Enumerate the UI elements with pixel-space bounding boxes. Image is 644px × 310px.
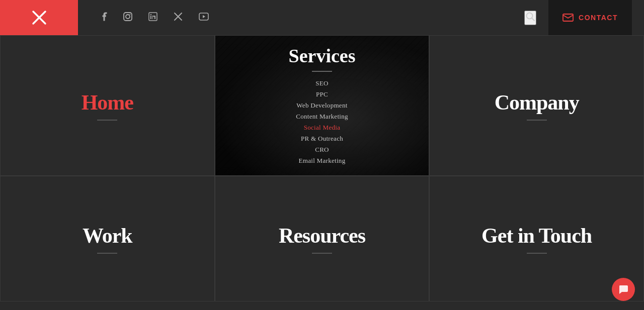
- services-divider: [312, 71, 332, 72]
- social-nav: [102, 12, 209, 23]
- svg-rect-2: [124, 13, 132, 21]
- company-underline: [527, 120, 547, 121]
- search-button[interactable]: [524, 11, 536, 25]
- get-in-touch-title: Get in Touch: [481, 224, 592, 248]
- search-icon: [525, 12, 535, 22]
- chat-bubble-button[interactable]: [612, 278, 635, 301]
- service-content-marketing[interactable]: Content Marketing: [296, 111, 348, 122]
- resources-underline: [312, 253, 332, 254]
- nav-item-resources[interactable]: Resources: [215, 176, 430, 301]
- nav-item-services[interactable]: Services SEO PPC Web Development Content…: [215, 35, 430, 176]
- instagram-link[interactable]: [123, 12, 132, 23]
- youtube-link[interactable]: [199, 13, 209, 23]
- contact-label: CONTACT: [579, 14, 618, 22]
- header-right: CONTACT: [524, 0, 644, 35]
- service-email-marketing[interactable]: Email Marketing: [296, 155, 348, 166]
- facebook-link[interactable]: [102, 12, 107, 23]
- service-seo[interactable]: SEO: [296, 78, 348, 89]
- svg-line-10: [532, 18, 534, 21]
- nav-grid: Home Services SEO PPC Web Development Co…: [0, 35, 644, 310]
- services-content: Services SEO PPC Web Development Content…: [215, 45, 429, 167]
- service-web-dev[interactable]: Web Development: [296, 100, 348, 111]
- work-underline: [97, 253, 117, 254]
- service-social-media[interactable]: Social Media: [296, 122, 348, 133]
- close-icon: [31, 10, 47, 26]
- get-in-touch-underline: [527, 253, 547, 254]
- envelope-icon: [562, 14, 574, 22]
- service-ppc[interactable]: PPC: [296, 89, 348, 100]
- home-underline: [97, 120, 117, 121]
- home-title: Home: [82, 90, 133, 115]
- services-title: Services: [289, 45, 356, 67]
- header: CONTACT: [0, 0, 644, 35]
- nav-item-get-in-touch[interactable]: Get in Touch: [429, 176, 644, 301]
- company-title: Company: [495, 90, 579, 115]
- work-title: Work: [83, 224, 132, 248]
- service-cro[interactable]: CRO: [296, 144, 348, 155]
- resources-title: Resources: [279, 224, 365, 248]
- svg-rect-6: [150, 16, 151, 19]
- nav-item-work[interactable]: Work: [0, 176, 215, 301]
- close-menu-button[interactable]: [0, 0, 78, 35]
- linkedin-link[interactable]: [148, 12, 157, 23]
- service-pr-outreach[interactable]: PR & Outreach: [296, 133, 348, 144]
- chat-icon: [618, 284, 629, 295]
- svg-point-7: [150, 14, 151, 15]
- twitter-link[interactable]: [174, 12, 183, 23]
- contact-button[interactable]: CONTACT: [548, 0, 632, 35]
- nav-item-company[interactable]: Company: [429, 35, 644, 176]
- svg-point-4: [130, 14, 131, 15]
- svg-point-3: [126, 15, 130, 19]
- nav-item-home[interactable]: Home: [0, 35, 215, 176]
- services-list: SEO PPC Web Development Content Marketin…: [296, 78, 348, 167]
